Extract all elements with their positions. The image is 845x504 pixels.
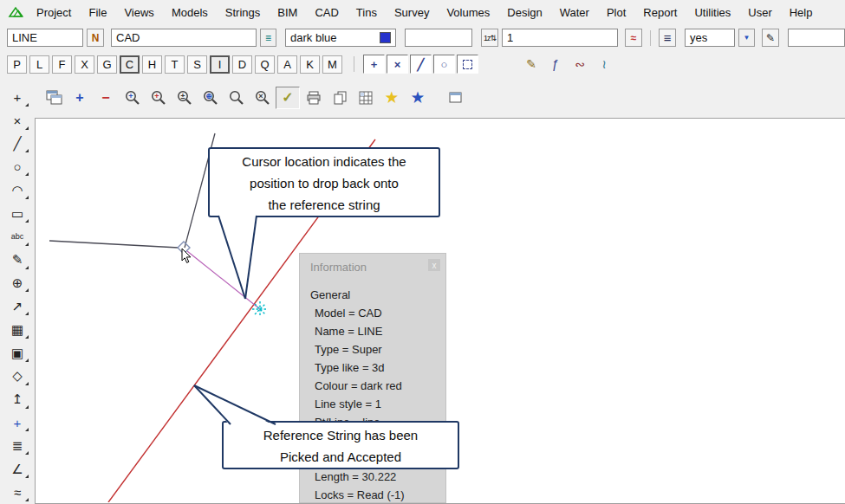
breakline-dropdown-button[interactable]: ▼ xyxy=(738,29,755,47)
zoom-cancel-button[interactable]: × xyxy=(250,87,274,109)
layers-icon: ≣ xyxy=(12,438,23,454)
cad-key-C[interactable]: C xyxy=(120,55,140,74)
extra-field[interactable] xyxy=(788,29,845,47)
vertex-diamond-marker xyxy=(178,242,190,254)
line-snap-button[interactable]: ╱ xyxy=(410,55,432,74)
polygon-tool[interactable]: ◇ xyxy=(3,365,31,388)
model-picker-button[interactable]: ≡ xyxy=(260,29,276,47)
grid-icon: ▦ xyxy=(11,322,23,338)
circle-snap-button[interactable]: ○ xyxy=(433,55,455,74)
colour-field[interactable]: dark blue xyxy=(285,29,396,47)
menu-water[interactable]: Water xyxy=(551,2,598,23)
cad-key-D[interactable]: D xyxy=(232,55,252,74)
circle-tool[interactable]: ○ xyxy=(3,155,31,178)
smooth-tool[interactable]: ≈ xyxy=(3,481,31,504)
add-view-button[interactable]: + xyxy=(68,87,92,109)
zoom-previous-icon xyxy=(228,89,244,106)
cad-key-K[interactable]: K xyxy=(300,55,320,74)
line-tool[interactable]: ╱ xyxy=(3,132,31,156)
arc-tool[interactable]: ◠ xyxy=(3,178,31,202)
zoom-out-button[interactable]: + xyxy=(146,87,170,109)
colour-swatch[interactable] xyxy=(380,32,391,43)
sort-button[interactable]: 1z⇅ xyxy=(481,29,498,47)
menu-plot[interactable]: Plot xyxy=(598,2,634,23)
cad-key-G[interactable]: G xyxy=(97,55,117,74)
zoom-previous-button[interactable] xyxy=(224,87,248,109)
cad-string-line[interactable] xyxy=(49,241,179,248)
weight-field[interactable]: 1 xyxy=(502,29,618,47)
menu-utilities[interactable]: Utilities xyxy=(686,2,739,23)
favourites-button[interactable]: ★ xyxy=(380,87,404,109)
cad-key-T[interactable]: T xyxy=(165,55,185,74)
draw-tool[interactable]: ✎ xyxy=(3,249,31,272)
cross-snap-button[interactable]: × xyxy=(387,55,408,74)
menu-models[interactable]: Models xyxy=(163,2,217,23)
measure-tool[interactable]: ↗ xyxy=(3,294,31,318)
copy-view-button[interactable] xyxy=(328,87,352,109)
function-mode-button[interactable]: ƒ xyxy=(545,55,566,74)
menu-report[interactable]: Report xyxy=(634,2,686,23)
copy-tool[interactable]: ⊕ xyxy=(3,272,31,295)
move-icon: + xyxy=(14,90,22,105)
pencil-mode-button[interactable]: ✎ xyxy=(521,55,542,74)
new-window-button[interactable] xyxy=(444,87,468,109)
delete-tool[interactable]: × xyxy=(3,109,31,132)
toolbar-divider xyxy=(354,56,354,72)
text-tool[interactable]: abc xyxy=(3,225,31,249)
views-window-button[interactable] xyxy=(42,87,66,109)
tin-field[interactable] xyxy=(405,29,472,47)
close-icon[interactable]: x xyxy=(428,259,440,271)
menu-strings[interactable]: Strings xyxy=(217,2,269,23)
plot-button[interactable] xyxy=(302,87,326,109)
cad-key-L[interactable]: L xyxy=(29,55,49,74)
accept-pick-button[interactable]: ✓ xyxy=(276,87,300,109)
string-name-field[interactable]: LINE xyxy=(7,29,83,47)
cad-key-S[interactable]: S xyxy=(187,55,207,74)
menu-bim[interactable]: BIM xyxy=(269,2,306,23)
cad-key-A[interactable]: A xyxy=(277,55,297,74)
cursor-snap-button[interactable] xyxy=(457,55,478,74)
pick-pencil-button[interactable]: ✎ xyxy=(762,29,779,47)
cad-key-Q[interactable]: Q xyxy=(255,55,275,74)
menu-volumes[interactable]: Volumes xyxy=(438,2,498,23)
menu-views[interactable]: Views xyxy=(115,2,162,23)
model-field[interactable]: CAD xyxy=(111,29,257,47)
menu-user[interactable]: User xyxy=(739,2,780,23)
menu-help[interactable]: Help xyxy=(781,2,822,23)
angle-tool[interactable]: ∠ xyxy=(3,457,31,481)
menu-cad[interactable]: CAD xyxy=(306,2,347,23)
tin-wave-button[interactable]: ≈ xyxy=(625,29,642,47)
raise-tool[interactable]: ↥ xyxy=(3,388,31,411)
plan-view-canvas[interactable]: Information x GeneralModel = CADName = L… xyxy=(35,118,845,504)
name-toggle-button[interactable]: N xyxy=(87,29,104,47)
linestyle-button[interactable]: ≡ xyxy=(659,29,676,47)
squiggle-mode-button[interactable]: ≀ xyxy=(594,55,614,74)
rectangle-tool[interactable]: ▭ xyxy=(3,202,31,225)
curve-mode-button[interactable]: ∾ xyxy=(569,55,590,74)
zoom-extents-button[interactable]: ± xyxy=(172,87,196,109)
breakline-field[interactable]: yes xyxy=(685,29,735,47)
menu-tins[interactable]: Tins xyxy=(348,2,386,23)
image-tool[interactable]: ▣ xyxy=(3,341,31,365)
delete-view-button[interactable]: − xyxy=(94,87,118,109)
menu-project[interactable]: Project xyxy=(28,2,80,23)
drop-line[interactable] xyxy=(187,251,260,309)
layers-tool[interactable]: ≣ xyxy=(3,434,31,457)
cad-key-X[interactable]: X xyxy=(75,55,94,74)
menu-survey[interactable]: Survey xyxy=(386,2,438,23)
zoom-in-button[interactable]: + xyxy=(120,87,144,109)
point-snap-button[interactable]: + xyxy=(363,55,385,74)
cad-key-P[interactable]: P xyxy=(7,55,27,74)
translate-tool[interactable]: + xyxy=(3,411,31,435)
cad-key-H[interactable]: H xyxy=(142,55,162,74)
zoom-all-button[interactable]: ⊕ xyxy=(198,87,222,109)
cad-key-F[interactable]: F xyxy=(52,55,72,74)
grid-tool[interactable]: ▦ xyxy=(3,318,31,341)
move-tool[interactable]: + xyxy=(3,86,31,109)
cad-key-I[interactable]: I xyxy=(210,55,230,74)
menu-file[interactable]: File xyxy=(80,2,115,23)
grid-button[interactable] xyxy=(354,87,378,109)
menu-design[interactable]: Design xyxy=(498,2,550,23)
views-star-button[interactable]: ★ xyxy=(406,87,430,109)
cad-key-M[interactable]: M xyxy=(322,55,342,74)
